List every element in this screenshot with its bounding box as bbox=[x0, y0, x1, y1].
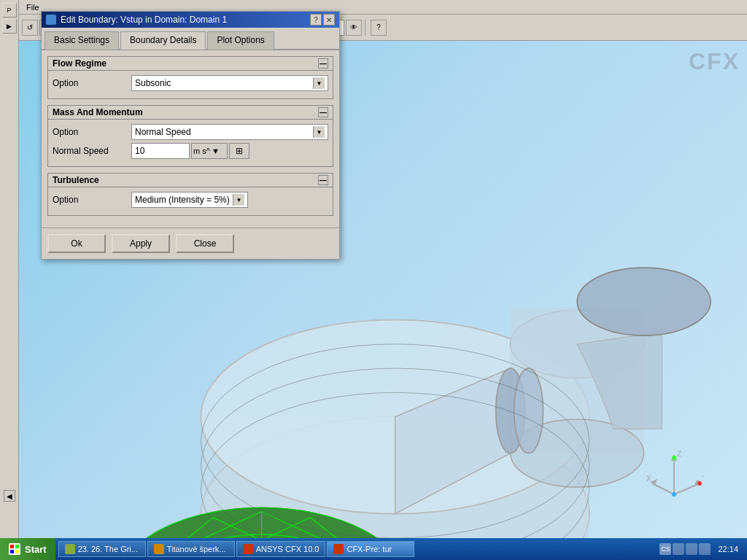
svg-text:Y: Y bbox=[702, 475, 703, 483]
windows-logo-icon bbox=[9, 543, 20, 555]
cfx-application-area: File ↺ ✛ 🔍 🔎 ⊡ ⬜ ↖ ⤢ View 1 ▼ ⊞ bbox=[19, 0, 747, 538]
taskbar: Start 23. 26. The Gri... Titanové šperk.… bbox=[0, 538, 747, 560]
svg-line-48 bbox=[652, 483, 674, 494]
tb-btn-help[interactable]: ? bbox=[371, 20, 387, 36]
dialog-help-btn[interactable]: ? bbox=[310, 14, 322, 26]
turbulence-select[interactable]: Medium (Intensity = 5%) ▼ bbox=[131, 192, 248, 208]
svg-point-37 bbox=[514, 368, 543, 453]
unit-value: m s^ bbox=[193, 147, 210, 155]
normal-speed-control: m s^ ▼ ⊞ bbox=[131, 143, 328, 159]
dialog-app-icon bbox=[46, 15, 56, 25]
sidebar-btn-2[interactable]: ▶ bbox=[2, 19, 17, 34]
apply-button[interactable]: Apply bbox=[112, 234, 170, 253]
mass-momentum-header: Mass And Momentum — bbox=[48, 106, 333, 120]
edit-boundary-dialog: Edit Boundary: Vstup in Domain: Domain 1… bbox=[41, 11, 340, 260]
svg-rect-56 bbox=[10, 550, 14, 553]
tray-icon-security bbox=[699, 543, 711, 555]
flow-regime-option-row: Option Subsonic ▼ bbox=[53, 75, 328, 91]
tb-btn-rotate[interactable]: ↺ bbox=[22, 20, 38, 36]
turbulence-option-control: Medium (Intensity = 5%) ▼ bbox=[131, 192, 328, 208]
normal-speed-label: Normal Speed bbox=[53, 146, 125, 156]
taskbar-item-label-2: ANSYS CFX 10.0 bbox=[256, 545, 320, 553]
flow-regime-body: Option Subsonic ▼ bbox=[48, 71, 333, 98]
dialog-footer: Ok Apply Close bbox=[42, 228, 339, 259]
dialog-title-buttons: ? ✕ bbox=[310, 14, 335, 26]
taskbar-item-label-0: 23. 26. The Gri... bbox=[78, 545, 138, 553]
turbulence-body: Option Medium (Intensity = 5%) ▼ bbox=[48, 187, 333, 215]
flow-regime-select-arrow[interactable]: ▼ bbox=[313, 77, 325, 89]
close-button[interactable]: Close bbox=[176, 234, 234, 253]
flow-regime-select[interactable]: Subsonic ▼ bbox=[131, 75, 328, 91]
taskbar-item-2[interactable]: ANSYS CFX 10.0 bbox=[236, 541, 326, 557]
taskbar-item-0[interactable]: 23. 26. The Gri... bbox=[58, 541, 146, 557]
svg-point-38 bbox=[577, 268, 711, 335]
main-window: P ▶ ◀ File ↺ ✛ 🔍 🔎 ⊡ ⬜ ↖ ⤢ bbox=[0, 0, 747, 560]
svg-point-51 bbox=[672, 492, 676, 497]
svg-text:Z: Z bbox=[677, 450, 681, 458]
taskbar-item-1[interactable]: Titanové šperk... bbox=[147, 541, 235, 557]
turbulence-label: Turbulence bbox=[53, 175, 99, 185]
dialog-close-btn[interactable]: ✕ bbox=[323, 14, 335, 26]
sidebar-btn-1[interactable]: P bbox=[2, 3, 17, 18]
dialog-tabs: Basic Settings Boundary Details Plot Opt… bbox=[42, 28, 339, 50]
flow-regime-option-label: Option bbox=[53, 78, 125, 88]
turbulence-collapse[interactable]: — bbox=[318, 175, 328, 185]
dialog-content: Flow Regime — Option Subsonic ▼ bbox=[42, 50, 339, 228]
turbulence-select-arrow[interactable]: ▼ bbox=[233, 194, 244, 206]
unit-select[interactable]: m s^ ▼ bbox=[191, 143, 228, 159]
tray-icon-network bbox=[673, 543, 684, 555]
tab-boundary-details[interactable]: Boundary Details bbox=[120, 31, 206, 50]
taskbar-item-icon-1 bbox=[154, 544, 164, 554]
sidebar-collapse-arrow[interactable]: ◀ bbox=[4, 490, 15, 502]
taskbar-clock: 22:14 bbox=[712, 545, 744, 553]
coord-axes: Z Y X bbox=[645, 443, 703, 502]
svg-rect-54 bbox=[10, 545, 14, 548]
left-sidebar: P ▶ ◀ bbox=[0, 0, 19, 538]
mass-momentum-select-value: Normal Speed bbox=[135, 127, 191, 137]
taskbar-item-icon-0 bbox=[65, 544, 75, 554]
dialog-title-left: Edit Boundary: Vstup in Domain: Domain 1 bbox=[46, 15, 227, 25]
mass-momentum-collapse[interactable]: — bbox=[318, 107, 328, 117]
normal-speed-input[interactable] bbox=[131, 143, 190, 159]
mass-momentum-section: Mass And Momentum — Option Normal Speed … bbox=[47, 105, 333, 167]
start-label: Start bbox=[25, 544, 47, 555]
svg-line-45 bbox=[674, 483, 700, 494]
tb-sep-5 bbox=[365, 20, 368, 36]
normal-speed-input-group: m s^ ▼ ⊞ bbox=[131, 143, 328, 159]
taskbar-item-label-3: CFX-Pre: tur bbox=[347, 545, 392, 553]
taskbar-item-label-1: Titanové šperk... bbox=[167, 545, 226, 553]
calculator-button[interactable]: ⊞ bbox=[229, 143, 249, 159]
tab-plot-options[interactable]: Plot Options bbox=[207, 31, 274, 50]
svg-text:X: X bbox=[646, 475, 651, 483]
flow-regime-option-control: Subsonic ▼ bbox=[131, 75, 328, 91]
turbulence-header: Turbulence — bbox=[48, 174, 333, 187]
svg-rect-55 bbox=[15, 545, 19, 548]
mass-momentum-option-control: Normal Speed ▼ bbox=[131, 124, 328, 140]
normal-speed-row: Normal Speed m s^ ▼ ⊞ bbox=[53, 143, 328, 159]
taskbar-item-3[interactable]: CFX-Pre: tur bbox=[327, 541, 414, 557]
turbulence-option-label: Option bbox=[53, 195, 125, 205]
flow-regime-collapse[interactable]: — bbox=[318, 58, 328, 69]
flow-regime-label: Flow Regime bbox=[53, 58, 107, 69]
turbulence-select-value: Medium (Intensity = 5%) bbox=[135, 195, 230, 205]
turbulence-option-row: Option Medium (Intensity = 5%) ▼ bbox=[53, 192, 328, 208]
tb-btn-eye[interactable]: 👁 bbox=[346, 20, 362, 36]
tab-basic-settings[interactable]: Basic Settings bbox=[44, 31, 119, 50]
mass-momentum-option-label: Option bbox=[53, 127, 125, 137]
tray-icon-cs: CS bbox=[659, 543, 671, 555]
mass-momentum-body: Option Normal Speed ▼ Normal Speed bbox=[48, 120, 333, 166]
svg-point-52 bbox=[672, 456, 676, 460]
ok-button[interactable]: Ok bbox=[47, 234, 106, 253]
mass-momentum-label: Mass And Momentum bbox=[53, 107, 143, 117]
flow-regime-select-value: Subsonic bbox=[135, 78, 171, 88]
mass-momentum-option-row: Option Normal Speed ▼ bbox=[53, 124, 328, 140]
dialog-titlebar: Edit Boundary: Vstup in Domain: Domain 1… bbox=[42, 12, 339, 28]
taskbar-tray: CS 22:14 bbox=[657, 543, 747, 555]
taskbar-item-icon-3 bbox=[333, 544, 344, 554]
taskbar-items: 23. 26. The Gri... Titanové šperk... ANS… bbox=[55, 538, 657, 560]
mass-momentum-select-arrow[interactable]: ▼ bbox=[313, 126, 325, 138]
svg-rect-57 bbox=[15, 550, 19, 553]
taskbar-item-icon-2 bbox=[243, 544, 253, 554]
taskbar-start-button[interactable]: Start bbox=[0, 538, 55, 560]
mass-momentum-select[interactable]: Normal Speed ▼ bbox=[131, 124, 328, 140]
